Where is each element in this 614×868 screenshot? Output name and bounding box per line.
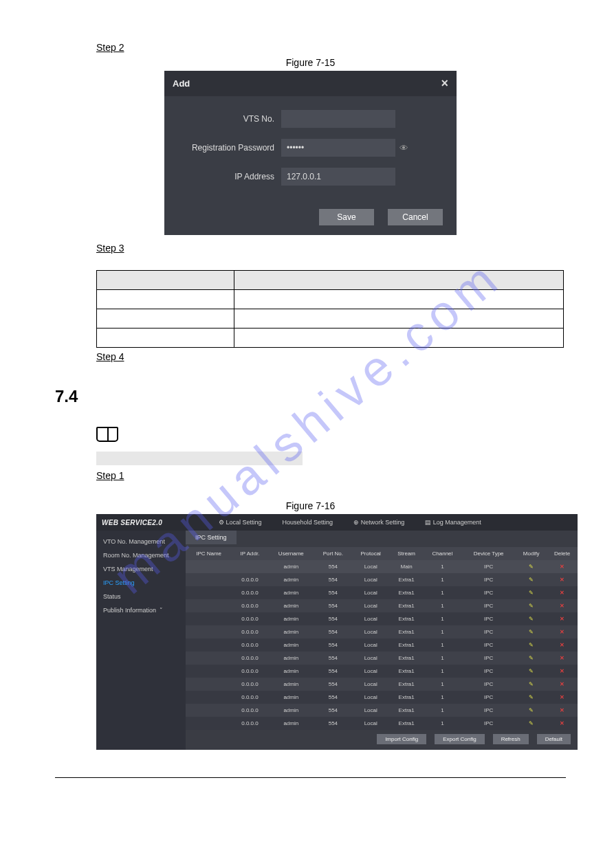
ipc-cell: 1	[424, 625, 462, 638]
modify-icon[interactable]: ✎	[529, 681, 534, 687]
ipc-row: 0.0.0.0admin554LocalExtra11IPC✎✕	[186, 665, 578, 678]
ipc-cell: 0.0.0.0	[232, 573, 267, 586]
cancel-button[interactable]: Cancel	[388, 209, 443, 225]
refresh-button[interactable]: Refresh	[493, 734, 529, 744]
ip-address-input[interactable]	[281, 168, 395, 186]
ipc-cell: 0.0.0.0	[232, 612, 267, 625]
ipc-cell: IPC	[461, 665, 516, 678]
ipc-cell: 1	[424, 560, 462, 573]
delete-icon[interactable]: ✕	[560, 564, 564, 570]
delete-icon[interactable]: ✕	[560, 577, 564, 583]
sidebar-status[interactable]: Status	[96, 590, 186, 603]
modify-icon[interactable]: ✎	[529, 707, 534, 713]
nav-local-setting[interactable]: ⚙ Local Setting	[219, 519, 262, 526]
ipc-cell: 1	[424, 638, 462, 652]
ipc-cell: Local	[352, 625, 390, 638]
export-config-button[interactable]: Export Config	[435, 734, 484, 744]
ipc-cell: Local	[352, 638, 390, 652]
nav-network-label: Network Setting	[361, 519, 405, 526]
delete-icon[interactable]: ✕	[560, 590, 564, 596]
delete-icon[interactable]: ✕	[560, 707, 564, 713]
ipc-cell: Local	[352, 599, 390, 612]
delete-icon[interactable]: ✕	[560, 616, 564, 622]
ipc-cell: 554	[314, 573, 352, 586]
modify-icon[interactable]: ✎	[529, 694, 534, 700]
modify-icon[interactable]: ✎	[529, 564, 534, 570]
modify-icon[interactable]: ✎	[529, 642, 534, 648]
sidebar-room-no[interactable]: Room No. Management	[96, 548, 186, 562]
param-cell	[97, 329, 234, 348]
ipc-cell: 554	[314, 678, 352, 691]
modify-icon[interactable]: ✎	[529, 655, 534, 661]
modify-icon[interactable]: ✎	[529, 590, 534, 596]
nav-network-setting[interactable]: ⊕ Network Setting	[353, 519, 404, 526]
delete-icon[interactable]: ✕	[560, 720, 564, 726]
ipc-cell: Main	[390, 560, 424, 573]
ipc-cell: 1	[424, 573, 462, 586]
sidebar-ipc-setting[interactable]: IPC Setting	[96, 576, 186, 590]
delete-icon[interactable]: ✕	[560, 668, 564, 674]
delete-icon[interactable]: ✕	[560, 655, 564, 661]
ipc-cell: 1	[424, 717, 462, 730]
delete-icon[interactable]: ✕	[560, 694, 564, 700]
nav-log-label: Log Management	[433, 519, 481, 526]
delete-icon[interactable]: ✕	[560, 603, 564, 609]
ipc-cell	[186, 586, 232, 599]
dialog-title: Add	[173, 78, 190, 89]
ip-address-label: IP Address	[185, 172, 281, 181]
modify-icon[interactable]: ✎	[529, 616, 534, 622]
default-button[interactable]: Default	[537, 734, 571, 744]
vts-no-label: VTS No.	[185, 114, 281, 124]
delete-icon[interactable]: ✕	[560, 642, 564, 648]
ipc-cell: IPC	[461, 691, 516, 704]
nav-log-management[interactable]: ▤ Log Management	[425, 519, 481, 526]
sidebar-vts[interactable]: VTS Management	[96, 562, 186, 576]
brand-label: WEB SERVICE2.0	[102, 519, 191, 526]
ipc-cell: IPC	[461, 717, 516, 730]
import-config-button[interactable]: Import Config	[377, 734, 426, 744]
ipc-cell: 1	[424, 678, 462, 691]
ipc-cell: admin	[268, 612, 314, 625]
ipc-cell	[186, 678, 232, 691]
reg-password-input[interactable]	[281, 139, 395, 157]
delete-icon[interactable]: ✕	[560, 681, 564, 687]
ipc-cell: Local	[352, 717, 390, 730]
ipc-cell: 0.0.0.0	[232, 586, 267, 599]
save-button[interactable]: Save	[319, 209, 374, 225]
modify-icon[interactable]: ✎	[529, 577, 534, 583]
add-dialog: Add × VTS No. Registration Password 👁 IP…	[164, 71, 457, 235]
eye-icon[interactable]: 👁	[399, 143, 408, 153]
ipc-setting-screenshot: WEB SERVICE2.0 ⚙ Local Setting Household…	[96, 514, 578, 750]
ipc-cell	[186, 691, 232, 704]
ipc-cell: 0.0.0.0	[232, 625, 267, 638]
ipc-cell: 554	[314, 704, 352, 717]
ipc-cell	[186, 599, 232, 612]
ipc-cell: Local	[352, 560, 390, 573]
sidebar-vto-no[interactable]: VTO No. Management	[96, 535, 186, 548]
ipc-cell: IPC	[461, 652, 516, 665]
ipc-cell: admin	[268, 638, 314, 652]
ipc-cell: Extra1	[390, 625, 424, 638]
nav-household-setting[interactable]: Household Setting	[283, 519, 333, 526]
step2-label: Step 2	[96, 42, 124, 53]
ipc-topbar: WEB SERVICE2.0 ⚙ Local Setting Household…	[96, 514, 578, 531]
ipc-cell: 554	[314, 625, 352, 638]
ipc-tab[interactable]: IPC Setting	[186, 531, 237, 544]
ipc-cell: Extra1	[390, 691, 424, 704]
modify-icon[interactable]: ✎	[529, 668, 534, 674]
delete-icon[interactable]: ✕	[560, 629, 564, 635]
ipc-cell: 1	[424, 612, 462, 625]
modify-icon[interactable]: ✎	[529, 629, 534, 635]
ipc-cell: 0.0.0.0	[232, 691, 267, 704]
ipc-cell: 554	[314, 665, 352, 678]
modify-icon[interactable]: ✎	[529, 603, 534, 609]
vts-no-input[interactable]	[281, 110, 395, 128]
ipc-cell: Extra1	[390, 717, 424, 730]
modify-icon[interactable]: ✎	[529, 720, 534, 726]
sidebar-publish-info[interactable]: Publish Information ˅	[96, 603, 186, 617]
close-icon[interactable]: ×	[441, 76, 448, 91]
ipc-cell: admin	[268, 599, 314, 612]
ipc-cell: admin	[268, 625, 314, 638]
step1-label: Step 1	[96, 470, 124, 481]
ipc-cell: 554	[314, 638, 352, 652]
